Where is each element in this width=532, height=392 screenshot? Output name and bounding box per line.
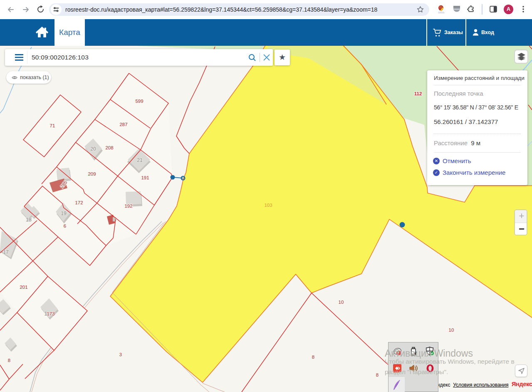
svg-text:599: 599 (135, 99, 143, 104)
svg-text:10: 10 (339, 300, 344, 305)
svg-text:103: 103 (264, 203, 272, 208)
svg-text:287: 287 (119, 122, 127, 127)
svg-text:112: 112 (414, 91, 422, 96)
svg-text:209: 209 (88, 171, 96, 176)
svg-text:8: 8 (312, 355, 314, 360)
svg-text:191: 191 (141, 175, 149, 180)
svg-text:1: 1 (45, 311, 47, 317)
svg-text:192: 192 (124, 203, 132, 208)
svg-text:172: 172 (75, 200, 83, 205)
svg-text:10: 10 (449, 327, 454, 332)
svg-text:6: 6 (64, 223, 66, 228)
svg-text:19: 19 (61, 211, 67, 216)
svg-text:18: 18 (26, 217, 32, 223)
svg-text:71: 71 (50, 123, 55, 128)
svg-text:173: 173 (47, 311, 54, 316)
svg-text:8: 8 (8, 358, 10, 363)
svg-text:208: 208 (105, 145, 113, 150)
svg-text:3: 3 (119, 352, 122, 357)
svg-text:201: 201 (20, 285, 27, 290)
svg-text:8: 8 (376, 372, 379, 377)
svg-text:21: 21 (137, 157, 143, 163)
svg-text:17: 17 (3, 249, 9, 255)
svg-text:20: 20 (90, 146, 96, 152)
